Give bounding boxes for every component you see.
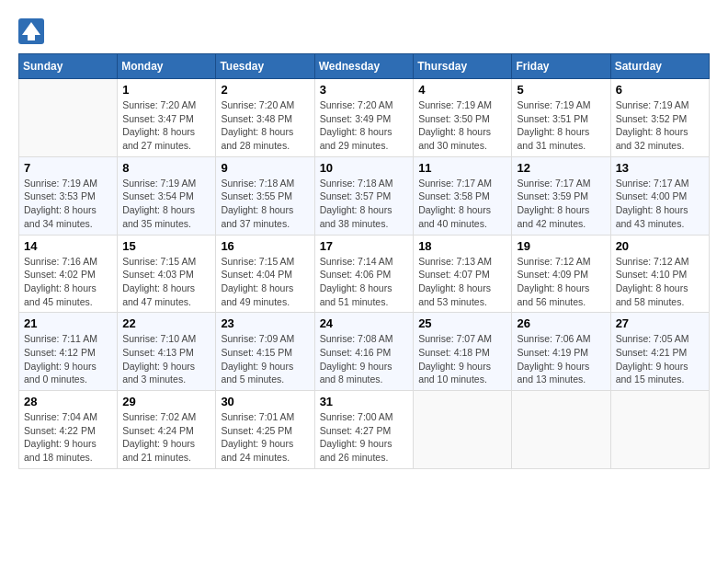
calendar-week-row: 28Sunrise: 7:04 AM Sunset: 4:22 PM Dayli… [19,391,710,469]
day-info: Sunrise: 7:09 AM Sunset: 4:15 PM Dayligh… [221,332,309,386]
calendar-day-cell: 18Sunrise: 7:13 AM Sunset: 4:07 PM Dayli… [414,235,512,313]
calendar-day-cell: 30Sunrise: 7:01 AM Sunset: 4:25 PM Dayli… [216,391,314,469]
calendar-day-cell: 2Sunrise: 7:20 AM Sunset: 3:48 PM Daylig… [216,79,314,157]
day-number: 3 [320,83,409,97]
day-number: 16 [221,239,309,253]
calendar-day-cell: 25Sunrise: 7:07 AM Sunset: 4:18 PM Dayli… [414,313,512,391]
day-info: Sunrise: 7:05 AM Sunset: 4:21 PM Dayligh… [616,332,704,386]
calendar-day-cell: 9Sunrise: 7:18 AM Sunset: 3:55 PM Daylig… [216,156,314,235]
calendar-day-cell: 13Sunrise: 7:17 AM Sunset: 4:00 PM Dayli… [610,156,709,235]
day-info: Sunrise: 7:20 AM Sunset: 3:47 PM Dayligh… [122,98,210,153]
day-number: 23 [221,316,309,330]
calendar-day-cell: 1Sunrise: 7:20 AM Sunset: 3:47 PM Daylig… [118,79,216,157]
calendar-week-row: 14Sunrise: 7:16 AM Sunset: 4:02 PM Dayli… [19,235,710,313]
day-info: Sunrise: 7:04 AM Sunset: 4:22 PM Dayligh… [24,410,112,465]
empty-cell [512,391,610,469]
calendar-day-cell: 15Sunrise: 7:15 AM Sunset: 4:03 PM Dayli… [118,235,216,313]
calendar-day-cell: 6Sunrise: 7:19 AM Sunset: 3:52 PM Daylig… [610,79,709,157]
day-info: Sunrise: 7:01 AM Sunset: 4:25 PM Dayligh… [221,410,309,465]
day-info: Sunrise: 7:12 AM Sunset: 4:10 PM Dayligh… [616,255,704,309]
day-info: Sunrise: 7:19 AM Sunset: 3:51 PM Dayligh… [517,98,605,153]
day-info: Sunrise: 7:17 AM Sunset: 3:58 PM Dayligh… [418,177,506,231]
day-info: Sunrise: 7:10 AM Sunset: 4:13 PM Dayligh… [122,332,210,386]
calendar-day-cell: 24Sunrise: 7:08 AM Sunset: 4:16 PM Dayli… [314,313,414,391]
empty-cell [19,79,118,157]
logo-icon [18,18,44,44]
day-number: 26 [517,316,605,330]
calendar-day-cell: 4Sunrise: 7:19 AM Sunset: 3:50 PM Daylig… [414,79,512,157]
calendar-day-cell: 21Sunrise: 7:11 AM Sunset: 4:12 PM Dayli… [19,313,118,391]
day-info: Sunrise: 7:02 AM Sunset: 4:24 PM Dayligh… [122,410,210,465]
day-number: 12 [517,161,605,175]
empty-cell [414,391,512,469]
day-info: Sunrise: 7:20 AM Sunset: 3:49 PM Dayligh… [320,98,409,153]
calendar-day-cell: 28Sunrise: 7:04 AM Sunset: 4:22 PM Dayli… [19,391,118,469]
day-number: 15 [122,239,210,253]
day-info: Sunrise: 7:15 AM Sunset: 4:04 PM Dayligh… [221,255,309,309]
day-number: 13 [616,161,704,175]
day-info: Sunrise: 7:14 AM Sunset: 4:06 PM Dayligh… [320,255,409,309]
calendar-day-cell: 5Sunrise: 7:19 AM Sunset: 3:51 PM Daylig… [512,79,610,157]
column-header-monday: Monday [118,54,216,79]
day-info: Sunrise: 7:17 AM Sunset: 4:00 PM Dayligh… [616,177,704,231]
day-number: 10 [320,161,409,175]
calendar-day-cell: 16Sunrise: 7:15 AM Sunset: 4:04 PM Dayli… [216,235,314,313]
day-number: 9 [221,161,309,175]
calendar-day-cell: 20Sunrise: 7:12 AM Sunset: 4:10 PM Dayli… [610,235,709,313]
calendar-day-cell: 14Sunrise: 7:16 AM Sunset: 4:02 PM Dayli… [19,235,118,313]
calendar-day-cell: 27Sunrise: 7:05 AM Sunset: 4:21 PM Dayli… [610,313,709,391]
day-info: Sunrise: 7:19 AM Sunset: 3:52 PM Dayligh… [616,98,704,153]
day-number: 17 [320,239,409,253]
day-info: Sunrise: 7:11 AM Sunset: 4:12 PM Dayligh… [24,332,112,386]
calendar-day-cell: 29Sunrise: 7:02 AM Sunset: 4:24 PM Dayli… [118,391,216,469]
day-number: 14 [24,239,112,253]
calendar-day-cell: 22Sunrise: 7:10 AM Sunset: 4:13 PM Dayli… [118,313,216,391]
day-number: 30 [221,395,309,408]
day-number: 7 [24,161,112,175]
day-number: 4 [418,83,506,97]
calendar-day-cell: 7Sunrise: 7:19 AM Sunset: 3:53 PM Daylig… [19,156,118,235]
day-info: Sunrise: 7:00 AM Sunset: 4:27 PM Dayligh… [320,410,409,465]
calendar-day-cell: 10Sunrise: 7:18 AM Sunset: 3:57 PM Dayli… [314,156,414,235]
calendar-table: SundayMondayTuesdayWednesdayThursdayFrid… [18,53,710,469]
day-number: 8 [122,161,210,175]
day-number: 20 [616,239,704,253]
column-header-wednesday: Wednesday [314,54,414,79]
day-info: Sunrise: 7:07 AM Sunset: 4:18 PM Dayligh… [418,332,506,386]
calendar-week-row: 7Sunrise: 7:19 AM Sunset: 3:53 PM Daylig… [19,156,710,235]
calendar-day-cell: 17Sunrise: 7:14 AM Sunset: 4:06 PM Dayli… [314,235,414,313]
column-header-friday: Friday [512,54,610,79]
day-number: 2 [221,83,309,97]
day-info: Sunrise: 7:17 AM Sunset: 3:59 PM Dayligh… [517,177,605,231]
column-header-sunday: Sunday [19,54,118,79]
day-info: Sunrise: 7:19 AM Sunset: 3:54 PM Dayligh… [122,177,210,231]
calendar-day-cell: 31Sunrise: 7:00 AM Sunset: 4:27 PM Dayli… [314,391,414,469]
svg-rect-2 [28,35,35,40]
day-number: 1 [122,83,210,97]
day-info: Sunrise: 7:18 AM Sunset: 3:55 PM Dayligh… [221,177,309,231]
day-info: Sunrise: 7:19 AM Sunset: 3:50 PM Dayligh… [418,98,506,153]
column-header-thursday: Thursday [414,54,512,79]
day-info: Sunrise: 7:19 AM Sunset: 3:53 PM Dayligh… [24,177,112,231]
calendar-day-cell: 23Sunrise: 7:09 AM Sunset: 4:15 PM Dayli… [216,313,314,391]
calendar-day-cell: 8Sunrise: 7:19 AM Sunset: 3:54 PM Daylig… [118,156,216,235]
day-info: Sunrise: 7:12 AM Sunset: 4:09 PM Dayligh… [517,255,605,309]
day-number: 6 [616,83,704,97]
calendar-day-cell: 11Sunrise: 7:17 AM Sunset: 3:58 PM Dayli… [414,156,512,235]
calendar-day-cell: 19Sunrise: 7:12 AM Sunset: 4:09 PM Dayli… [512,235,610,313]
day-info: Sunrise: 7:15 AM Sunset: 4:03 PM Dayligh… [122,255,210,309]
day-number: 19 [517,239,605,253]
empty-cell [610,391,709,469]
day-info: Sunrise: 7:08 AM Sunset: 4:16 PM Dayligh… [320,332,409,386]
day-info: Sunrise: 7:20 AM Sunset: 3:48 PM Dayligh… [221,98,309,153]
calendar-day-cell: 12Sunrise: 7:17 AM Sunset: 3:59 PM Dayli… [512,156,610,235]
day-number: 25 [418,316,506,330]
column-header-saturday: Saturday [610,54,709,79]
logo [18,18,46,44]
day-number: 28 [24,395,112,408]
calendar-day-cell: 26Sunrise: 7:06 AM Sunset: 4:19 PM Dayli… [512,313,610,391]
day-info: Sunrise: 7:06 AM Sunset: 4:19 PM Dayligh… [517,332,605,386]
day-info: Sunrise: 7:18 AM Sunset: 3:57 PM Dayligh… [320,177,409,231]
calendar-day-cell: 3Sunrise: 7:20 AM Sunset: 3:49 PM Daylig… [314,79,414,157]
column-header-tuesday: Tuesday [216,54,314,79]
